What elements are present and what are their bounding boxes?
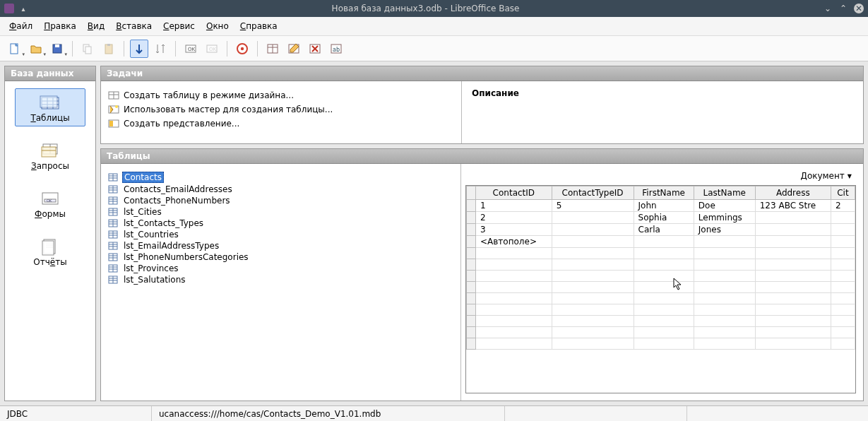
tasks-panel: Задачи Создать таблицу в режиме дизайна.… — [100, 66, 864, 144]
table-item-Contacts_EmailAddresses[interactable]: Contacts_EmailAddresses — [108, 184, 453, 195]
pin-icon[interactable]: ▴ — [18, 4, 28, 13]
table-item-lst_Countries[interactable]: lst_Countries — [108, 229, 453, 240]
delete-table-button[interactable] — [306, 40, 324, 58]
new-table-design-button[interactable] — [263, 40, 282, 58]
copy-button[interactable] — [78, 40, 97, 58]
cell[interactable]: 5 — [552, 200, 634, 212]
col-ContactID[interactable]: ContactID — [476, 186, 552, 200]
cell[interactable] — [552, 224, 634, 236]
db-item-forms[interactable]: OKФормы — [15, 184, 85, 223]
db-item-queries[interactable]: Запросы — [15, 136, 85, 174]
table-name: Contacts — [122, 172, 164, 183]
minimize-button[interactable]: ⌄ — [823, 4, 833, 13]
edit-table-button[interactable] — [285, 40, 303, 58]
save-button[interactable]: ▾ — [48, 40, 66, 58]
menu-help[interactable]: Справка — [235, 19, 283, 33]
autofield-cell[interactable]: <Автополе> — [476, 236, 552, 248]
menu-view[interactable]: Вид — [83, 19, 109, 33]
cell[interactable]: Doe — [694, 200, 755, 212]
col-LastName[interactable]: LastName — [694, 186, 755, 200]
cell[interactable]: Lemmings — [694, 212, 755, 224]
database-panel: База данных ТаблицыЗапросыOKФормыОтчёты — [4, 66, 96, 401]
table-item-lst_Salutations[interactable]: lst_Salutations — [108, 274, 453, 285]
table-item-lst_Contacts_Types[interactable]: lst_Contacts_Types — [108, 218, 453, 229]
close-button[interactable]: ✕ — [854, 4, 864, 13]
table-icon — [108, 252, 118, 262]
cell[interactable]: 2 — [831, 200, 855, 212]
table-name: lst_Salutations — [122, 275, 187, 285]
table-icon — [108, 172, 118, 182]
db-item-label: Отчёты — [33, 257, 66, 267]
cell[interactable] — [755, 224, 831, 236]
new-button[interactable]: ▾ — [6, 40, 24, 58]
col-FirstName[interactable]: FirstName — [634, 186, 694, 200]
db-item-reports[interactable]: Отчёты — [15, 232, 85, 271]
cell[interactable]: Jones — [694, 224, 755, 236]
window-title: Новая база данных3.odb - LibreOffice Bas… — [28, 4, 823, 13]
open-button[interactable]: ▾ — [27, 40, 45, 58]
table-item-lst_PhoneNumbersCategories[interactable]: lst_PhoneNumbersCategories — [108, 251, 453, 263]
cell[interactable]: 123 ABC Stre — [755, 200, 831, 212]
data-preview-grid[interactable]: ContactIDContactTypeIDFirstNameLastNameA… — [465, 185, 856, 393]
cell[interactable]: 1 — [476, 200, 552, 212]
table-name: lst_Provinces — [122, 263, 180, 273]
cell[interactable] — [831, 224, 855, 236]
sort-asc-button[interactable] — [130, 40, 148, 58]
menu-bar: Файл Правка Вид Вставка Сервис Окно Спра… — [0, 17, 868, 36]
svg-text:OK: OK — [188, 47, 196, 52]
svg-point-43 — [115, 105, 118, 108]
status-empty2 — [687, 406, 869, 421]
paste-button[interactable] — [100, 40, 118, 58]
cell[interactable]: Sophia — [634, 212, 694, 224]
table-item-lst_EmailAddressTypes[interactable]: lst_EmailAddressTypes — [108, 240, 453, 251]
tables-panel: Таблицы ContactsContacts_EmailAddressesC… — [100, 148, 864, 401]
table-name: lst_Contacts_Types — [122, 218, 205, 228]
table-icon — [108, 218, 118, 228]
db-item-tables[interactable]: Таблицы — [15, 88, 85, 126]
table-item-lst_Cities[interactable]: lst_Cities — [108, 206, 453, 218]
cell[interactable]: 3 — [476, 224, 552, 236]
table-item-Contacts_PhoneNumbers[interactable]: Contacts_PhoneNumbers — [108, 195, 453, 206]
task-item-2[interactable]: Создать представление... — [108, 117, 454, 131]
db-item-label: Запросы — [31, 161, 69, 171]
menu-tools[interactable]: Сервис — [158, 19, 200, 33]
form-button[interactable]: OK — [182, 40, 200, 58]
toolbar: ▾ ▾ ▾ OK OK ab — [0, 36, 868, 61]
task-item-0[interactable]: Создать таблицу в режиме дизайна... — [108, 88, 454, 102]
cell[interactable] — [552, 212, 634, 224]
table-row[interactable]: 2SophiaLemmings — [467, 212, 855, 224]
maximize-button[interactable]: ⌃ — [838, 4, 848, 13]
svg-text:ab: ab — [333, 47, 340, 53]
table-icon — [108, 275, 118, 285]
svg-rect-2 — [55, 45, 59, 47]
help-button[interactable] — [233, 40, 251, 58]
menu-insert[interactable]: Вставка — [111, 19, 157, 33]
cell[interactable] — [831, 212, 855, 224]
table-row[interactable]: 15JohnDoe123 ABC Stre2 — [467, 200, 855, 212]
table-item-Contacts[interactable]: Contacts — [108, 171, 453, 184]
col-Cit[interactable]: Cit — [831, 186, 855, 200]
menu-file[interactable]: Файл — [4, 19, 37, 33]
cell[interactable] — [755, 212, 831, 224]
col-Address[interactable]: Address — [755, 186, 831, 200]
status-driver: JDBC — [0, 406, 152, 421]
table-row[interactable]: 3CarlaJones — [467, 224, 855, 236]
table-item-lst_Provinces[interactable]: lst_Provinces — [108, 263, 453, 274]
table-name: Contacts_EmailAddresses — [122, 184, 234, 194]
svg-text:OK: OK — [209, 47, 217, 52]
cell[interactable]: John — [634, 200, 694, 212]
menu-edit[interactable]: Правка — [39, 19, 81, 33]
menu-window[interactable]: Окно — [201, 19, 234, 33]
sort-desc-button[interactable] — [151, 40, 170, 58]
form-wizard-button[interactable]: OK — [203, 40, 221, 58]
rename-table-button[interactable]: ab — [327, 40, 345, 58]
table-row-new[interactable]: <Автополе> — [467, 236, 855, 248]
task-item-1[interactable]: Использовать мастер для создания таблицы… — [108, 102, 454, 117]
document-preview-button[interactable]: Документ ▼ — [798, 170, 855, 182]
svg-rect-45 — [109, 121, 113, 126]
cell[interactable]: 2 — [476, 212, 552, 224]
col-ContactTypeID[interactable]: ContactTypeID — [552, 186, 634, 200]
cell[interactable]: Carla — [634, 224, 694, 236]
db-item-label: Таблицы — [30, 113, 69, 123]
main-area: База данных ТаблицыЗапросыOKФормыОтчёты … — [0, 61, 868, 405]
